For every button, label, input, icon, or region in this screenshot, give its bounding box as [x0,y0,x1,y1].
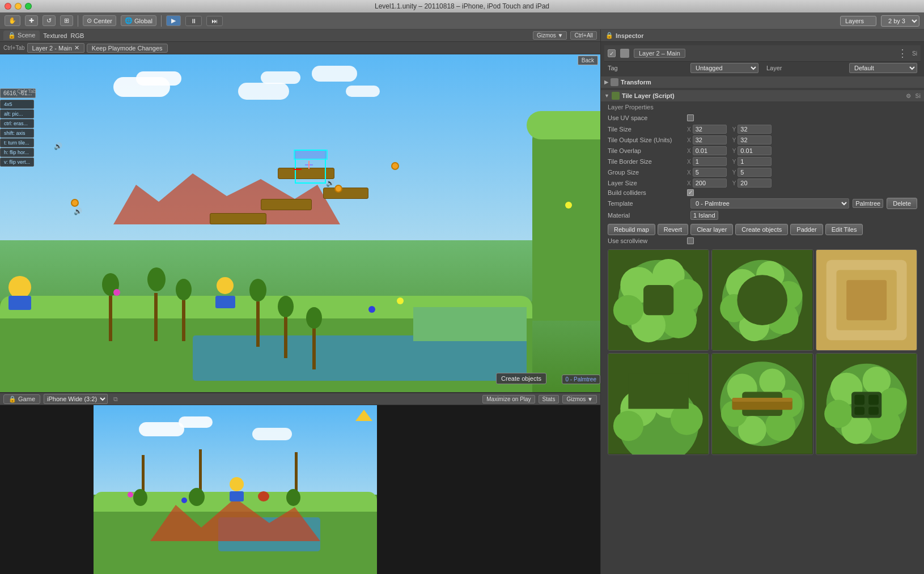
tile-cell-4[interactable] [608,353,709,454]
minimize-button[interactable] [15,3,22,10]
tile-cell-5[interactable] [711,353,813,454]
tile-output-y-input[interactable] [737,135,772,144]
tile-output-y-label: Y [732,137,736,143]
inspector-expand-icon[interactable]: ⋮ [897,47,908,59]
tile-output-x-input[interactable] [693,135,727,144]
palm-4 [249,279,266,347]
game-cloud-3 [252,428,292,440]
tile-layer-label: Tile Layer (Script) [622,92,675,99]
palm-2 [147,267,164,341]
layer-size-y-label: Y [732,180,736,186]
layer-size-y-input[interactable] [737,178,772,188]
svg-rect-52 [868,407,879,415]
scene-tab[interactable]: 🔒 Scene [3,31,40,40]
tile-layer-settings[interactable]: ⚙ [906,93,911,99]
tile-layer-menu[interactable]: Si [915,93,921,99]
layer-badge[interactable]: Layer 2 - Main ✕ [27,43,84,53]
gizmos-all-button[interactable]: Ctrl+All [570,31,597,40]
action-buttons: Rebuild map Revert Clear layer Create ob… [604,222,921,237]
hand-tool-button[interactable]: ✋ [5,15,20,26]
svg-rect-28 [628,374,688,409]
layer-size-x-label: X [687,180,691,186]
rebuild-map-button[interactable]: Rebuild map [608,224,655,235]
close-button[interactable] [5,3,11,10]
tag-select[interactable]: Untagged [690,63,758,73]
maximize-button[interactable] [25,3,32,10]
shortcut-flip-hor: h: flip hor... [0,148,34,157]
platform-2 [323,188,368,199]
audio-icon-1: 🔊 [54,142,62,150]
layers-dropdown[interactable]: Layers [840,16,876,26]
template-delete-button[interactable]: Delete [887,198,917,209]
layer-enable-checkbox[interactable]: ✓ [608,49,616,57]
create-objects-button[interactable]: Create objects [735,224,788,235]
template-select[interactable]: 0 - Palmtree [690,198,849,209]
center-button[interactable]: ⊙ Center [83,15,116,26]
group-size-x-input[interactable] [693,168,727,177]
center-icon: ⊙ [87,17,92,24]
tile-size-label: Tile Size [608,126,687,133]
group-size-row: Group Size X Y [608,168,917,177]
game-size-select[interactable]: iPhone Wide (3:2) [44,394,108,404]
use-uv-checkbox[interactable] [687,114,694,121]
layer-size-x-input[interactable] [693,178,727,188]
keep-playmode-button[interactable]: Keep Playmode Changes [87,44,168,53]
tile-size-x-input[interactable] [693,125,727,134]
stats-button[interactable]: Stats [539,395,560,403]
back-button[interactable]: Back [578,56,598,65]
create-objects-overlay-button[interactable]: Create objects [496,373,546,384]
shortcut-panel: 4x5 alt: pic... ctrl: eras... shift: axi… [0,100,34,167]
global-button[interactable]: 🌐 Global [121,15,156,26]
inspector-lock-icon: 🔒 [605,32,613,39]
scale-tool-button[interactable]: ⊞ [60,15,73,26]
transform-section: ▶ Transform [601,76,924,88]
game-gizmos-button[interactable]: Gizmos ▼ [562,395,597,403]
tile-border-y-input[interactable] [737,157,772,166]
platform-4 [210,213,266,224]
tile-svg-1 [608,250,709,350]
clear-layer-button[interactable]: Clear layer [690,224,733,235]
group-size-y-input[interactable] [737,168,772,177]
revert-button[interactable]: Revert [658,224,688,235]
layer-label: Layer [766,65,846,71]
coin-1 [71,199,79,207]
svg-point-7 [613,295,643,325]
play-button[interactable]: ▶ [166,15,181,26]
tile-cell-1[interactable] [608,249,709,351]
rotate-tool-button[interactable]: ↺ [43,15,56,26]
right-terrain [532,122,600,321]
build-colliders-checkbox[interactable] [687,189,694,196]
inspector-header: 🔒 Inspector [601,29,924,42]
tile-cell-3[interactable] [816,249,917,351]
tile-border-x-input[interactable] [693,157,727,166]
game-lock-icon: 🔒 [9,396,16,402]
svg-rect-51 [854,407,864,415]
ctrl-tab-label: Ctrl+Tab [3,45,25,51]
move-tool-button[interactable]: ✚ [25,15,38,26]
global-icon: 🌐 [125,17,133,24]
tile-cell-6[interactable] [816,353,917,454]
use-scrollview-checkbox[interactable] [687,237,694,244]
tile-cell-2[interactable] [711,249,813,351]
material-value: 1 Island [690,211,718,220]
tile-overlap-row: Tile Overlap X Y [608,146,917,155]
layout-select[interactable]: 2 by 3 [881,15,919,27]
layer-value-select[interactable]: Default [849,63,917,73]
tile-overlap-y-input[interactable] [737,146,772,155]
game-tab[interactable]: 🔒 Game [3,394,40,404]
step-button[interactable]: ⏭ [206,16,223,26]
tile-overlap-x-input[interactable] [693,146,727,155]
game-canvas [0,405,600,574]
gizmos-button[interactable]: Gizmos ▼ [533,31,567,40]
maximize-on-play-button[interactable]: Maximize on Play [482,395,535,403]
use-uv-row: Use UV space [608,113,917,123]
titlebar: Level1.1.unity – 20110818 – iPhone, iPod… [0,0,924,12]
tag-label: Tag [608,65,687,71]
flower-1 [113,289,120,296]
pause-button[interactable]: ⏸ [185,16,202,26]
edit-tiles-button[interactable]: Edit Tiles [825,224,863,235]
selected-platform [294,150,328,160]
scene-tab-label: Scene [18,32,35,39]
padder-button[interactable]: Padder [790,224,823,235]
tile-size-y-input[interactable] [737,125,772,134]
